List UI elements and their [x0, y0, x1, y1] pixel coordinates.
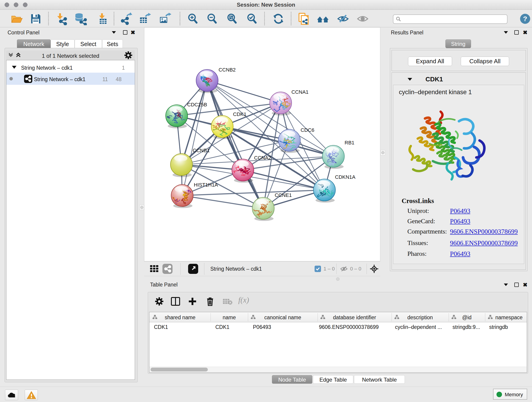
svg-text:RB1: RB1	[345, 140, 355, 146]
svg-text:CDC25B: CDC25B	[187, 102, 207, 108]
svg-text:CCNE1: CCNE1	[275, 192, 292, 198]
svg-text:CCNA1: CCNA1	[291, 89, 309, 95]
svg-text:CDC6: CDC6	[301, 127, 314, 133]
svg-text:CCNA2: CCNA2	[254, 155, 271, 161]
svg-text:CDKN1A: CDKN1A	[335, 174, 355, 180]
svg-text:CDK1: CDK1	[233, 111, 247, 117]
svg-text:CCNB2: CCNB2	[219, 67, 236, 73]
svg-text:HIST1H1A: HIST1H1A	[194, 182, 218, 188]
svg-text:CCNB1: CCNB1	[193, 148, 210, 153]
